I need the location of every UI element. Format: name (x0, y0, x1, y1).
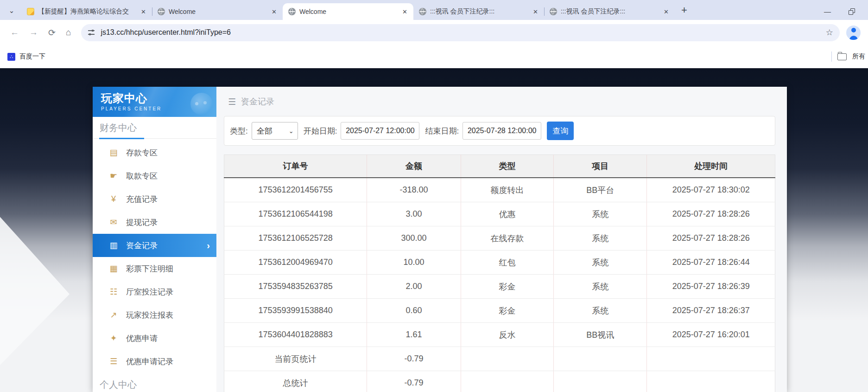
search-button[interactable]: 查询 (547, 122, 574, 140)
sidebar-item-hall[interactable]: ☷ 厅室投注记录 › (93, 280, 216, 303)
tab-title: Welcome (169, 8, 266, 15)
sidebar-item-label: 厅室投注记录 (126, 287, 173, 297)
sidebar-item-label: 充值记录 (126, 194, 158, 205)
table-cell: 1.61 (367, 323, 461, 347)
section-title-label: 个人中心 (100, 379, 137, 390)
profile-avatar[interactable] (846, 26, 861, 40)
tab-close-icon[interactable]: ✕ (400, 7, 410, 16)
promo-record-icon: ☰ (108, 356, 120, 366)
tab-close-icon[interactable]: ✕ (139, 7, 148, 16)
hall-icon: ☷ (108, 287, 120, 297)
table-cell: 1753594835263785 (224, 275, 367, 299)
sidebar-item-funds[interactable]: ▥ 资金记录 › (93, 234, 216, 257)
table-cell: 系统 (554, 251, 647, 275)
report-icon: ↗ (108, 310, 120, 320)
browser-tab[interactable]: Welcome ✕ (283, 3, 413, 20)
table-header-row: 订单号金额类型项目处理时间 (224, 155, 775, 178)
column-header: 处理时间 (647, 155, 775, 178)
sidebar-item-label: 优惠申请 (126, 333, 158, 344)
end-date-input[interactable] (463, 122, 541, 140)
sidebar-item-report[interactable]: ↗ 玩家投注报表 › (93, 303, 216, 327)
withdraw-icon: ☛ (108, 171, 120, 181)
sidebar-item-label: 彩票下注明细 (126, 263, 173, 274)
reload-button[interactable]: ⟳ (48, 27, 56, 38)
sidebar-item-label: 取款专区 (126, 171, 158, 181)
maximize-restore-button[interactable] (849, 8, 855, 15)
address-bar[interactable]: js13.cc/hhcp/usercenter.html?iniType=6 ☆ (81, 24, 840, 41)
globe-favicon (419, 8, 426, 15)
new-tab-button[interactable]: + (678, 4, 691, 16)
sidebar-item-withdraw[interactable]: ☛ 取款专区 › (93, 164, 216, 187)
table-row: 总统计-0.79 (224, 371, 775, 392)
browser-tab[interactable]: :::视讯 会员下注纪录::: ✕ (413, 3, 544, 20)
bookmark-star-icon[interactable]: ☆ (826, 27, 833, 38)
table-cell: 系统 (554, 226, 647, 251)
table-cell: 2.00 (367, 275, 461, 299)
table-cell: 彩金 (461, 275, 553, 299)
sidebar-item-deposit[interactable]: ▤ 存款专区 › (93, 141, 216, 164)
sidebar-item-cashout[interactable]: ✉ 提现记录 › (93, 211, 216, 234)
tab-close-icon[interactable]: ✕ (661, 7, 671, 16)
browser-tab[interactable]: Welcome ✕ (152, 3, 283, 20)
table-cell: 1753612004969470 (224, 251, 367, 275)
tab-title: 【新提醒】海燕策略论坛综合交 (38, 7, 135, 16)
sidebar-item-recharge[interactable]: ¥ 充值记录 › (93, 187, 216, 211)
cashout-icon: ✉ (108, 217, 120, 227)
table-row: 17536044018288831.61反水BB视讯2025-07-27 16:… (224, 323, 775, 347)
table-cell: 2025-07-27 18:26:37 (647, 299, 775, 323)
table-cell (647, 371, 775, 392)
type-select[interactable]: 全部 ⌄ (252, 122, 298, 140)
table-cell: 2025-07-27 18:28:26 (647, 202, 775, 226)
start-date-label: 开始日期: (304, 126, 337, 136)
menu-icon[interactable]: ☰ (228, 96, 236, 107)
page-background: 玩家中心 PLAYERS CENTER 财务中心 ▤ 存款专区 › ☛ 取款专区… (0, 68, 868, 392)
table-cell: 2025-07-27 18:30:02 (647, 178, 775, 202)
section-title-label: 财务中心 (100, 122, 137, 133)
sidebar-item-label: 优惠申请记录 (126, 356, 173, 367)
tab-close-icon[interactable]: ✕ (531, 7, 540, 16)
restore-icon (849, 8, 855, 15)
table-cell: 1753612201456755 (224, 178, 367, 202)
window-controls: — (824, 7, 868, 20)
section-finance-center: 财务中心 (93, 117, 216, 139)
type-label: 类型: (230, 126, 248, 136)
content-wrapper: 玩家中心 PLAYERS CENTER 财务中心 ▤ 存款专区 › ☛ 取款专区… (93, 87, 787, 392)
column-header: 订单号 (224, 155, 367, 178)
table-cell: 3.00 (367, 202, 461, 226)
forward-button[interactable]: → (29, 27, 38, 38)
sidebar-item-label: 玩家投注报表 (126, 310, 173, 321)
table-cell: 彩金 (461, 299, 553, 323)
recharge-icon: ¥ (108, 194, 120, 204)
start-date-input[interactable] (341, 122, 419, 140)
sidebar-item-lottery[interactable]: ▦ 彩票下注明细 › (93, 257, 216, 280)
sidebar-item-promo-record[interactable]: ☰ 优惠申请记录 › (93, 350, 216, 373)
sidebar-item-promo[interactable]: ✦ 优惠申请 › (93, 327, 216, 350)
home-button[interactable]: ⌂ (66, 27, 71, 38)
chevron-right-icon: › (207, 240, 210, 251)
all-bookmarks-label[interactable]: 所有 (852, 52, 868, 61)
table-cell: 2025-07-27 18:26:39 (647, 275, 775, 299)
table-cell: 10.00 (367, 251, 461, 275)
tab-close-icon[interactable]: ✕ (269, 7, 279, 16)
players-center-banner: 玩家中心 PLAYERS CENTER (93, 87, 216, 117)
table-cell: 系统 (554, 299, 647, 323)
sidebar-item-label: 资金记录 (126, 240, 158, 251)
url-text[interactable]: js13.cc/hhcp/usercenter.html?iniType=6 (101, 28, 231, 37)
bookmark-baidu[interactable]: ∴ 百度一下 (7, 52, 45, 61)
tab-title: :::视讯 会员下注纪录::: (561, 7, 658, 16)
browser-tab[interactable]: 【新提醒】海燕策略论坛综合交 ✕ (21, 3, 152, 20)
tab-bar: ⌄ 【新提醒】海燕策略论坛综合交 ✕ Welcome ✕ Welcome ✕ :… (0, 0, 868, 20)
table-cell: BB视讯 (554, 323, 647, 347)
chevron-down-icon: ⌄ (289, 128, 294, 135)
column-header: 类型 (461, 155, 553, 178)
back-button[interactable]: ← (10, 27, 19, 38)
tab-search-button[interactable]: ⌄ (5, 4, 19, 18)
table-cell: -0.79 (367, 347, 461, 371)
filter-bar: 类型: 全部 ⌄ 开始日期: 结束日期: 查询 (224, 116, 775, 146)
globe-favicon (288, 8, 296, 15)
table-cell: 在线存款 (461, 226, 553, 251)
table-cell: -0.79 (367, 371, 461, 392)
site-info-icon[interactable] (88, 29, 95, 36)
browser-tab[interactable]: :::视讯 会员下注纪录::: ✕ (544, 3, 675, 20)
minimize-button[interactable]: — (824, 7, 831, 15)
